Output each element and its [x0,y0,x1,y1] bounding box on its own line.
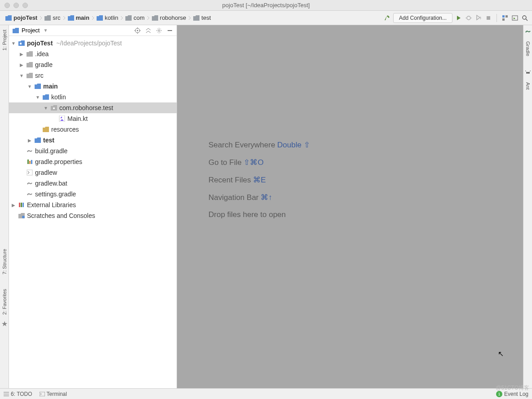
tree-arrow-icon[interactable]: ▼ [19,73,24,78]
tool-window-tab-project[interactable]: 1: Project [1,27,8,53]
breadcrumb-item-main[interactable]: main [66,13,91,22]
stop-button[interactable] [485,14,492,22]
tree-node-gradle-properties[interactable]: gradle.properties [9,156,177,167]
debug-button[interactable] [465,14,472,22]
kt-file-icon [58,115,66,122]
editor-tip: Recent Files ⌘E [208,175,310,185]
breadcrumb-separator-icon [62,15,66,21]
tree-arrow-icon[interactable]: ▶ [19,52,24,57]
todo-tool-window-button[interactable]: 6: TODO [4,391,32,397]
svg-rect-24 [27,170,32,175]
minimize-window-button[interactable] [13,3,19,8]
svg-point-28 [22,216,25,218]
breadcrumb-item-kotlin[interactable]: kotlin [95,13,120,22]
left-tool-window-stripe: 1: Project 7: Structure 2: Favorites ★ [0,25,9,388]
breadcrumb-item-com[interactable]: com [124,13,146,22]
svg-rect-36 [40,392,45,396]
chevron-down-icon: ▼ [43,28,48,33]
project-structure-button[interactable] [501,14,509,22]
project-tree[interactable]: ▼pojoTest~/IdeaProjects/pojoTest▶.idea▶g… [9,36,177,388]
project-view-selector[interactable]: Project ▼ [13,27,134,34]
tree-node-External-Libraries[interactable]: ▶External Libraries [9,200,177,210]
tree-node-settings-gradle[interactable]: settings.gradle [9,189,177,200]
tree-arrow-icon[interactable]: ▼ [11,41,16,46]
tree-node-resources[interactable]: resources [9,124,177,135]
editor-empty-state[interactable]: Search Everywhere Double ⇧Go to File ⇧⌘O… [177,25,523,388]
coverage-button[interactable] [475,14,482,22]
window-title: pojoTest [~/IdeaProjects/pojoTest] [222,2,310,9]
run-button[interactable] [455,14,462,22]
tree-arrow-icon[interactable]: ▶ [27,138,32,143]
separator [497,14,497,22]
search-everywhere-button[interactable] [521,14,528,22]
breadcrumb-item-robohorse[interactable]: robohorse [150,13,188,22]
tree-node-Main-kt[interactable]: Main.kt [9,113,177,124]
main-area: 1: Project 7: Structure 2: Favorites ★ P… [0,25,532,388]
locate-icon[interactable] [134,27,141,34]
tree-node-gradlew-bat[interactable]: gradlew.bat [9,178,177,189]
close-window-button[interactable] [4,3,10,8]
tree-node-src[interactable]: ▼src [9,70,177,81]
tree-arrow-icon[interactable]: ▶ [19,62,24,67]
gradle-file-icon [26,180,33,186]
editor-tip: Search Everywhere Double ⇧ [208,140,310,150]
folder-icon [26,72,33,79]
package-icon [50,105,58,111]
run-configuration-dropdown[interactable]: Add Configuration... [393,13,452,23]
tree-node-Scratches-and-Consoles[interactable]: Scratches and Consoles [9,210,177,221]
folder-icon [26,62,33,68]
breadcrumb-separator-icon [188,15,191,21]
src-folder-icon [34,137,41,143]
run-anything-button[interactable] [511,14,519,22]
gear-icon[interactable] [156,27,162,34]
folder-icon [125,15,132,21]
tree-arrow-icon[interactable]: ▼ [43,106,49,111]
tree-node-pojoTest[interactable]: ▼pojoTest~/IdeaProjects/pojoTest [9,38,177,49]
src-folder-icon [42,94,49,100]
zoom-window-button[interactable] [22,3,28,8]
title-bar: pojoTest [~/IdeaProjects/pojoTest] [0,0,532,11]
folder-icon [193,15,200,21]
tree-node-gradlew[interactable]: gradlew [9,167,177,178]
terminal-icon [40,392,45,396]
breadcrumb-item-test[interactable]: test [191,13,213,22]
traffic-lights [0,3,28,8]
folder-icon [5,15,12,21]
editor-tips: Search Everywhere Double ⇧Go to File ⇧⌘O… [208,140,310,219]
tree-arrow-icon[interactable]: ▼ [35,95,40,100]
editor-tip: Go to File ⇧⌘O [208,158,310,167]
tree-arrow-icon[interactable]: ▶ [11,203,16,208]
tree-node-kotlin[interactable]: ▼kotlin [9,92,177,102]
watermark: @51CTO博客 [496,384,529,392]
gradle-file-icon [26,148,33,154]
tool-window-tab-gradle[interactable]: Gradle [524,40,532,58]
right-tool-window-stripe: Gradle Ant [523,25,532,388]
tree-node-main[interactable]: ▼main [9,81,177,92]
svg-line-32 [530,71,531,71]
editor-tip: Drop files here to open [208,210,310,219]
build-icon[interactable] [383,14,390,22]
module-icon [18,40,25,46]
favorites-star-icon: ★ [1,319,8,328]
tool-window-tab-structure[interactable]: 7: Structure [1,246,8,277]
svg-rect-3 [487,16,490,20]
breadcrumb-item-src[interactable]: src [43,13,62,22]
hide-panel-icon[interactable] [167,27,173,34]
tool-window-tab-favorites[interactable]: 2: Favorites [1,286,8,317]
terminal-tool-window-button[interactable]: Terminal [40,391,67,397]
tree-node-test[interactable]: ▶test [9,135,177,146]
tree-node-gradle[interactable]: ▶gradle [9,59,177,70]
folder-icon [44,15,51,21]
navigation-toolbar: pojoTestsrcmainkotlincomrobohorsetest Ad… [0,11,532,25]
svg-rect-6 [502,18,505,21]
tree-node--idea[interactable]: ▶.idea [9,49,177,59]
expand-all-icon[interactable] [145,27,151,34]
tool-window-tab-ant[interactable]: Ant [524,80,532,92]
tree-node-com-robohorse-test[interactable]: ▼com.robohorse.test [9,102,177,113]
tree-node-build-gradle[interactable]: build.gradle [9,146,177,156]
svg-point-30 [528,72,530,74]
breadcrumb-item-pojoTest[interactable]: pojoTest [4,13,39,22]
tree-arrow-icon[interactable]: ▼ [27,84,32,89]
gradle-file-icon [26,191,33,197]
sh-file-icon [26,169,33,176]
